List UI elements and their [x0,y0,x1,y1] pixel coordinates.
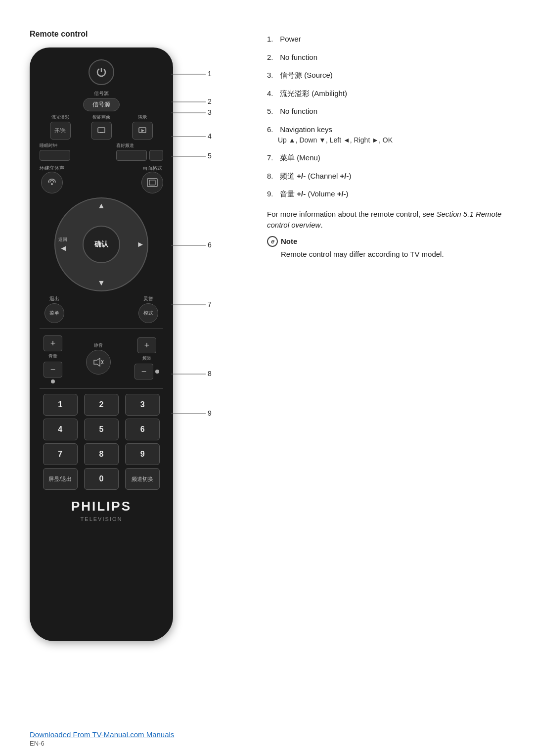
exit-button[interactable]: 菜单 [44,303,64,323]
sleep-label: 睡眠时钟 [40,142,57,149]
list-item-9: 9. 音量 +/- (Volume +/-) [267,189,504,200]
surround-label: 环绕立体声 [40,165,64,172]
smart-img-label: 智能画像 [92,114,110,121]
svg-text:6: 6 [208,241,212,249]
num-4-button[interactable]: 4 [43,419,78,440]
smart-mode-button[interactable]: 模式 [138,303,158,323]
callout-lines: 1 2 3 4 5 6 7 8 [171,47,230,641]
ambilight-label: 流光溢彩 [51,114,69,121]
feature-list: 1. Power 2. No function 3. 信号源 (Source) … [267,34,504,200]
back-side-label: 返回 [58,236,67,243]
item-1-label: Power [280,35,301,43]
list-item-2: 2. No function [267,52,504,63]
note-label: Note [281,237,297,245]
vol-plus-button[interactable]: + [44,335,62,351]
num-6-button[interactable]: 6 [125,419,160,440]
list-item-7: 7. 菜单 (Menu) [267,152,504,164]
list-item-3: 3. 信号源 (Source) [267,70,504,81]
demo-label: 演示 [138,114,147,121]
svg-point-6 [51,183,53,185]
footer-page: EN-6 [30,740,504,747]
mute-button[interactable] [86,350,111,375]
svg-text:7: 7 [208,300,212,308]
item-6-label: Navigation keys [280,125,332,134]
demo-button[interactable] [132,122,153,140]
list-item-8: 8. 频道 +/- (Channel +/-) [267,171,504,182]
smart-mode-label: 灵智 [143,295,153,302]
nav-keys-detail: Up ▲, Down ▼, Left ◄, Right ►, OK [278,135,504,145]
svg-rect-8 [149,180,155,185]
num-2-button[interactable]: 2 [84,394,119,416]
svg-rect-2 [98,128,105,133]
television-label: TELEVISION [40,516,163,522]
svg-text:3: 3 [208,108,212,116]
svg-text:9: 9 [208,409,212,417]
nav-down-button[interactable]: ▼ [97,279,105,287]
note-text: Remote control may differ according to T… [281,249,444,260]
ch-label: 频道 [142,355,151,362]
fav-button-1[interactable] [116,150,147,161]
list-item-6: 6. Navigation keys Up ▲, Down ▼, Left ◄,… [267,124,504,146]
vol-minus-button[interactable]: − [44,362,62,378]
item-5-label: No function [280,107,317,115]
item-8-label: 频道 +/- (Channel +/-) [280,172,351,180]
onoff-label: 开/关 [54,127,66,134]
svg-text:8: 8 [208,370,212,378]
footer: Downloaded From TV-Manual.com Manuals EN… [30,730,504,747]
info-text-before: For more information about the remote co… [267,210,435,218]
num-8-button[interactable]: 8 [84,443,119,465]
sleep-button[interactable] [40,150,70,161]
fav-button-2[interactable] [149,150,163,161]
num-9-button[interactable]: 9 [125,443,160,465]
aspect-button[interactable] [141,172,163,193]
ch-plus-button[interactable]: + [137,337,156,353]
info-text-after: . [320,221,322,229]
nav-right-button[interactable]: ► [136,240,144,249]
num-0-button[interactable]: 0 [84,468,119,490]
item-4-label: 流光溢彩 (Ambilight) [280,89,347,97]
philips-logo: PHILIPS [40,499,163,514]
vol-label: 音量 [48,353,57,360]
fav-label: 喜好频道 [116,142,134,149]
remote-control-title: Remote control [30,30,247,39]
info-paragraph: For more information about the remote co… [267,209,504,231]
item-7-label: 菜单 (Menu) [280,153,320,162]
remote-control: 信号源 信号源 流光溢彩 开/关 智能画像 [30,47,173,641]
power-button[interactable] [89,59,114,85]
svg-text:2: 2 [208,97,212,105]
list-item-1: 1. Power [267,34,504,45]
ok-button[interactable]: 确认 [83,226,120,263]
smart-image-button[interactable] [91,122,112,140]
svg-marker-5 [141,129,144,132]
item-3-label: 信号源 (Source) [280,71,333,79]
display-exit-button[interactable]: 屏显/退出 [43,468,78,490]
menu-label: 菜单 [49,310,59,317]
mute-label: 静音 [94,342,103,349]
svg-text:1: 1 [208,70,212,78]
num-7-button[interactable]: 7 [43,443,78,465]
list-item-4: 4. 流光溢彩 (Ambilight) [267,88,504,99]
svg-rect-7 [147,179,157,187]
ambilight-button[interactable]: 开/关 [50,122,71,140]
num-5-button[interactable]: 5 [84,419,119,440]
num-1-button[interactable]: 1 [43,394,78,416]
ch-minus-button[interactable]: − [134,364,153,379]
item-2-label: No function [280,53,317,61]
nav-up-button[interactable]: ▲ [97,201,105,210]
exit-label: 退出 [49,295,59,302]
mode-label: 模式 [143,310,153,317]
note-icon: ℯ [267,236,278,247]
source-label: 信号源 [94,90,109,97]
aspect-label: 画面格式 [142,165,162,172]
num-3-button[interactable]: 3 [125,394,160,416]
svg-text:4: 4 [208,132,212,140]
list-item-5: 5. No function [267,106,504,117]
source-button[interactable]: 信号源 [83,98,120,111]
ch-swap-button[interactable]: 频道切换 [125,468,160,490]
footer-link[interactable]: Downloaded From TV-Manual.com Manuals [30,730,504,739]
svg-text:5: 5 [208,152,212,160]
note-block: ℯ Note Remote control may differ accordi… [267,236,504,260]
surround-button[interactable] [41,172,63,193]
svg-marker-9 [94,358,100,366]
nav-left-button[interactable]: 返回 ◄ [58,236,67,253]
